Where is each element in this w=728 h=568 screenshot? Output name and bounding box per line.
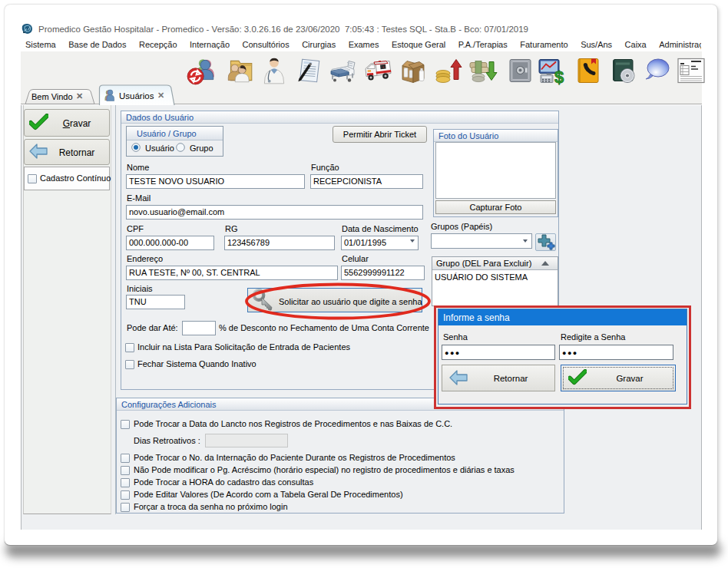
svg-text:$: $ (554, 68, 564, 86)
